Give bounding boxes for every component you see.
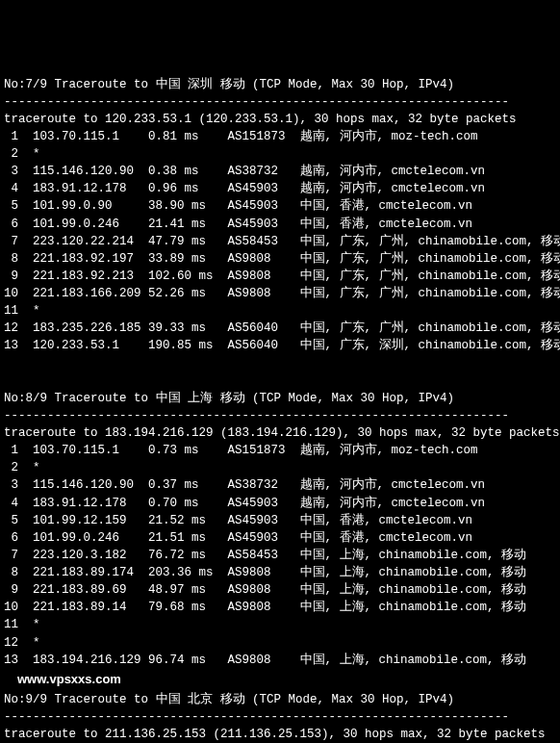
blank-line: [4, 372, 556, 390]
trace-header: No:9/9 Traceroute to 中国 北京 移动 (TCP Mode,…: [4, 691, 556, 708]
hop-row: 4 183.91.12.178 0.96 ms AS45903 越南, 河内市,…: [4, 180, 556, 197]
hop-row: 8 221.183.89.174 203.36 ms AS9808 中国, 上海…: [4, 564, 556, 581]
hop-row: 12 183.235.226.185 39.33 ms AS56040 中国, …: [4, 320, 556, 337]
trace-header: No:7/9 Traceroute to 中国 深圳 移动 (TCP Mode,…: [4, 76, 556, 93]
hop-row: 13 120.233.53.1 190.85 ms AS56040 中国, 广东…: [4, 337, 556, 354]
trace-summary: traceroute to 120.233.53.1 (120.233.53.1…: [4, 111, 556, 128]
hop-row: 2 *: [4, 459, 556, 476]
hop-row: 6 101.99.0.246 21.41 ms AS45903 中国, 香港, …: [4, 216, 556, 233]
hop-row: 7 223.120.22.214 47.79 ms AS58453 中国, 广东…: [4, 233, 556, 250]
hop-row: 3 115.146.120.90 0.38 ms AS38732 越南, 河内市…: [4, 163, 556, 180]
hop-row: 9 221.183.92.213 102.60 ms AS9808 中国, 广东…: [4, 268, 556, 285]
hop-row: 8 221.183.92.197 33.89 ms AS9808 中国, 广东,…: [4, 250, 556, 268]
hop-row: 10 221.183.166.209 52.26 ms AS9808 中国, 广…: [4, 285, 556, 302]
hop-row: 6 101.99.0.246 21.51 ms AS45903 中国, 香港, …: [4, 529, 556, 547]
divider: ----------------------------------------…: [4, 708, 556, 726]
hop-row: 4 183.91.12.178 0.70 ms AS45903 越南, 河内市,…: [4, 495, 556, 512]
hop-row: 1 103.70.115.1 0.73 ms AS151873 越南, 河内市,…: [4, 442, 556, 459]
trace-summary: traceroute to 183.194.216.129 (183.194.2…: [4, 424, 556, 442]
hop-row: 7 223.120.3.182 76.72 ms AS58453 中国, 上海,…: [4, 547, 556, 564]
hop-row: 5 101.99.0.90 38.90 ms AS45903 中国, 香港, c…: [4, 197, 556, 215]
terminal-output: No:7/9 Traceroute to 中国 深圳 移动 (TCP Mode,…: [4, 76, 556, 744]
hop-row: 9 221.183.89.69 48.97 ms AS9808 中国, 上海, …: [4, 581, 556, 599]
hop-row: 13 183.194.216.129 96.74 ms AS9808 中国, 上…: [4, 652, 556, 669]
trace-header: No:8/9 Traceroute to 中国 上海 移动 (TCP Mode,…: [4, 390, 556, 407]
hop-row: 12 *: [4, 634, 556, 652]
watermark: www.vpsxxs.com: [4, 671, 556, 689]
blank-line: [4, 355, 556, 372]
hop-row: 10 221.183.89.14 79.68 ms AS9808 中国, 上海,…: [4, 599, 556, 616]
hop-row: 11 *: [4, 616, 556, 633]
divider: ----------------------------------------…: [4, 93, 556, 111]
hop-row: 5 101.99.12.159 21.52 ms AS45903 中国, 香港,…: [4, 512, 556, 529]
hop-row: 2 *: [4, 145, 556, 163]
hop-row: 3 115.146.120.90 0.37 ms AS38732 越南, 河内市…: [4, 476, 556, 494]
hop-row: 1 103.70.115.1 0.81 ms AS151873 越南, 河内市,…: [4, 128, 556, 145]
hop-row: 11 *: [4, 302, 556, 320]
trace-summary: traceroute to 211.136.25.153 (211.136.25…: [4, 726, 556, 743]
divider: ----------------------------------------…: [4, 407, 556, 424]
